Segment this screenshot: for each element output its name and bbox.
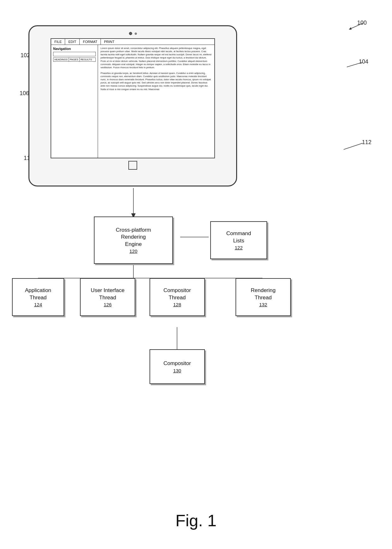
- tablet-home-button[interactable]: [128, 161, 137, 170]
- arrow-112: [342, 142, 364, 151]
- menu-format[interactable]: FORMAT: [80, 39, 101, 45]
- arrow-104: [345, 61, 364, 69]
- compositor-box: Compositor 130: [150, 349, 205, 384]
- compositor-thread-box: CompositorThread 128: [150, 278, 205, 316]
- menu-print[interactable]: PRINT: [101, 39, 118, 45]
- app-content: Navigation HEADINGS PAGES RESULTS Lorem …: [51, 45, 214, 158]
- content-panel: Lorem ipsum dolor sit amet, consectetur …: [98, 45, 214, 158]
- tablet-camera-dot: [129, 32, 132, 35]
- compositor-thread-label: CompositorThread: [163, 287, 191, 301]
- menu-file[interactable]: FILE: [51, 39, 65, 45]
- nav-tab-headings[interactable]: HEADINGS: [53, 58, 69, 61]
- nav-panel: Navigation HEADINGS PAGES RESULTS: [51, 45, 98, 158]
- compositor-label: Compositor: [163, 360, 191, 367]
- application-thread-ref: 124: [34, 302, 42, 307]
- compositor-ref: 130: [173, 368, 181, 373]
- content-paragraph-1: Lorem ipsum dolor sit amet, consectetur …: [101, 47, 212, 69]
- menu-edit[interactable]: EDIT: [65, 39, 80, 45]
- command-lists-ref: 122: [235, 245, 242, 250]
- command-lists-label: CommandLists: [226, 230, 251, 244]
- rendering-thread-label: RenderingThread: [251, 287, 275, 301]
- svg-line-4: [347, 62, 363, 67]
- tablet-device: FILE EDIT FORMAT PRINT Navigation HEADIN…: [28, 25, 237, 186]
- rendering-thread-ref: 132: [259, 302, 267, 307]
- page-container: 100 108 102 104 106 110 112: [0, 0, 392, 549]
- tablet-screen: FILE EDIT FORMAT PRINT Navigation HEADIN…: [51, 38, 215, 158]
- rendering-engine-box: Cross-platformRenderingEngine 120: [94, 217, 173, 264]
- tablet-body: FILE EDIT FORMAT PRINT Navigation HEADIN…: [28, 25, 237, 186]
- command-lists-box: CommandLists 122: [210, 221, 267, 259]
- ui-thread-box: User InterfaceThread 126: [80, 278, 135, 316]
- nav-title: Navigation: [53, 47, 96, 51]
- content-paragraph-2: Phasellus ut gravida turpis, ac hendreri…: [101, 72, 212, 91]
- svg-line-7: [344, 143, 363, 149]
- tablet-sensor-dot: [135, 33, 137, 35]
- rendering-engine-ref: 120: [129, 248, 137, 254]
- arrow-100: [346, 21, 365, 31]
- ui-thread-label: User InterfaceThread: [91, 287, 125, 301]
- ui-thread-ref: 126: [104, 302, 112, 307]
- application-thread-box: ApplicationThread 124: [12, 278, 64, 316]
- figure-label: Fig. 1: [175, 511, 217, 530]
- tablet-camera-area: [129, 32, 137, 35]
- svg-marker-1: [349, 27, 352, 30]
- nav-tab-pages[interactable]: PAGES: [69, 58, 80, 61]
- nav-tabs: HEADINGS PAGES RESULTS: [53, 58, 96, 62]
- nav-search-box[interactable]: [53, 52, 96, 56]
- rendering-thread-box: RenderingThread 132: [236, 278, 291, 316]
- nav-tab-results[interactable]: RESULTS: [80, 58, 93, 61]
- rendering-engine-label: Cross-platformRenderingEngine: [116, 227, 151, 247]
- ref-106: 106: [20, 90, 29, 97]
- menu-bar: FILE EDIT FORMAT PRINT: [51, 39, 214, 45]
- compositor-thread-ref: 128: [173, 302, 181, 307]
- application-thread-label: ApplicationThread: [25, 287, 51, 301]
